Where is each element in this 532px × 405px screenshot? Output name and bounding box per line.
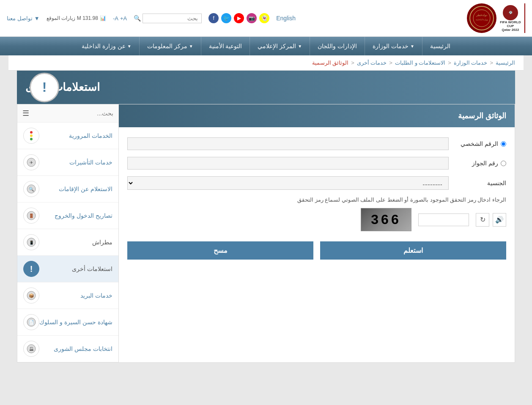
- personal-id-label: الرقم الشخصي: [455, 140, 506, 147]
- sidebar-item-conduct[interactable]: شهادة حسن السيرة و السلوك 📄: [17, 309, 118, 336]
- clear-button[interactable]: مسح: [127, 241, 313, 260]
- captcha-image: 366: [361, 208, 411, 231]
- visitors-label: زيارات الموقع: [47, 15, 75, 21]
- nav-item-about[interactable]: ▼ عن وزارة الداخلية: [74, 37, 139, 55]
- sidebar-item-mattress[interactable]: مطراش 📱: [17, 229, 118, 256]
- nav-item-ministry-services[interactable]: ▼ خدمات الوزارة: [365, 37, 422, 55]
- language-link[interactable]: English: [276, 15, 296, 22]
- breadcrumb-ministry[interactable]: خدمات الوزارة: [454, 60, 488, 66]
- breadcrumb-bar: الرئيسية < خدمات الوزارة < الاستعلامات و…: [8, 55, 524, 71]
- nationality-select[interactable]: ............: [127, 176, 449, 190]
- social-icons: 👻 📷 ▶ 🐦 f: [208, 13, 269, 23]
- breadcrumb-inquiries[interactable]: الاستعلامات و الطلبات: [395, 60, 445, 66]
- form-buttons: استعلم مسح: [127, 241, 506, 260]
- captcha-refresh-btn[interactable]: ↻: [476, 213, 489, 227]
- svg-text:🔍: 🔍: [29, 186, 34, 192]
- sidebar-traffic-label: الخدمات المرورية: [69, 132, 112, 139]
- captcha-audio-btn[interactable]: 🔊: [493, 213, 506, 227]
- sidebar-postal-label: خدمات البريد: [80, 292, 112, 299]
- entryexit-icon: 🚪: [23, 208, 39, 224]
- passport-input[interactable]: [127, 157, 449, 170]
- residency-icon: 🔍: [23, 181, 39, 197]
- main-navigation: الرئيسية ▼ خدمات الوزارة الإدارات واللجا…: [0, 37, 532, 55]
- sidebar-other-label: استعلامات أخرى: [72, 265, 112, 272]
- passport-radio[interactable]: [501, 161, 506, 166]
- captcha-controls: 🔊 ↻: [476, 213, 506, 227]
- search-input[interactable]: [143, 14, 202, 23]
- search-button[interactable]: 🔍: [134, 15, 141, 22]
- form-title: الوثائق الرسمية: [458, 112, 506, 120]
- nav-item-depts[interactable]: الإدارات واللجان: [310, 37, 365, 55]
- font-decrease-btn[interactable]: A-: [113, 15, 118, 22]
- captcha-input[interactable]: [418, 213, 469, 226]
- personal-id-radio[interactable]: [501, 141, 506, 147]
- sidebar-item-visa[interactable]: خدمات التأشيرات ✈: [17, 149, 118, 176]
- nav-item-home[interactable]: الرئيسية: [422, 37, 458, 55]
- page-header: استعلامات أخرى !: [17, 71, 515, 104]
- captcha-instruction: الرجاء ادخال رمز التحقق الموجود بالصورة …: [127, 197, 506, 203]
- sidebar-residency-label: الاستعلام عن الإقامات: [59, 186, 112, 192]
- breadcrumb-other-services[interactable]: خدمات أخرى: [357, 60, 387, 66]
- sidebar-search: ☰: [17, 104, 118, 123]
- font-size-controls: A+ A-: [113, 15, 127, 22]
- sidebar-conduct-label: شهادة حسن السيرة و السلوك: [39, 319, 112, 326]
- instagram-icon[interactable]: 📷: [247, 13, 257, 23]
- exclamation-icon: !: [42, 79, 47, 95]
- sidebar-shura-label: انتخابات مجلس الشورى: [54, 345, 112, 352]
- traffic-light-icon: [23, 128, 39, 144]
- sidebar-visa-label: خدمات التأشيرات: [69, 159, 112, 166]
- svg-text:📄: 📄: [29, 320, 34, 325]
- nav-item-security[interactable]: التوعية الأمنية: [201, 37, 250, 55]
- svg-text:وزارة الداخلية: وزارة الداخلية: [476, 18, 488, 21]
- youtube-icon[interactable]: ▶: [234, 13, 244, 23]
- postal-icon: 📦: [23, 287, 39, 304]
- main-content: الوثائق الرسمية الرقم الشخصي: [17, 104, 515, 363]
- svg-text:دولة قطر: دولة قطر: [476, 14, 488, 17]
- sidebar-search-input[interactable]: [29, 110, 113, 117]
- search-bar: 🔍: [134, 14, 202, 23]
- breadcrumb-home[interactable]: الرئيسية: [496, 60, 515, 66]
- svg-text:📦: 📦: [29, 293, 34, 298]
- sidebar-entryexit-label: تصاريح الدخول والخروج: [55, 212, 112, 219]
- conduct-icon: 📄: [23, 314, 39, 330]
- captcha-row: 🔊 ↻ 366: [127, 208, 506, 231]
- nationality-row: الجنسية ............: [127, 176, 506, 190]
- breadcrumb-current: الوثائق الرسمية: [312, 60, 349, 66]
- facebook-icon[interactable]: f: [208, 13, 219, 23]
- sidebar-item-other[interactable]: استعلامات أخرى !: [17, 256, 118, 282]
- passport-label: رقم الجواز: [455, 160, 506, 167]
- sidebar: ☰ الخدمات المرورية خدمات التأشي: [17, 104, 119, 362]
- visitors-count: 131.98 M: [77, 15, 98, 21]
- personal-id-input[interactable]: [127, 137, 449, 150]
- sidebar-item-shura[interactable]: انتخابات مجلس الشورى 🗳: [17, 336, 118, 362]
- mattress-icon: 📱: [23, 234, 39, 250]
- svg-text:📱: 📱: [29, 240, 34, 245]
- visa-icon: ✈: [23, 154, 39, 170]
- sidebar-item-postal[interactable]: خدمات البريد 📦: [17, 282, 118, 309]
- snapchat-icon[interactable]: 👻: [259, 13, 269, 23]
- form-section: الوثائق الرسمية الرقم الشخصي: [119, 104, 515, 362]
- contact-button[interactable]: ▼ تواصل معنا: [7, 15, 40, 22]
- form-body: الرقم الشخصي رقم الجواز ال: [119, 127, 515, 270]
- sidebar-menu-icon[interactable]: ☰: [22, 109, 29, 118]
- page-header-icon: !: [30, 73, 59, 102]
- nav-item-media[interactable]: ▼ المركز الإعلامي: [250, 37, 310, 55]
- nationality-label: الجنسية: [455, 180, 506, 186]
- sidebar-item-residency[interactable]: الاستعلام عن الإقامات 🔍: [17, 176, 118, 202]
- twitter-icon[interactable]: 🐦: [221, 13, 231, 23]
- moi-logo: دولة قطر وزارة الداخلية: [467, 3, 496, 33]
- shura-icon: 🗳: [23, 341, 39, 357]
- sidebar-item-entryexit[interactable]: تصاريح الدخول والخروج 🚪: [17, 202, 118, 229]
- sidebar-item-traffic[interactable]: الخدمات المرورية: [17, 123, 118, 149]
- breadcrumb: الرئيسية < خدمات الوزارة < الاستعلامات و…: [17, 60, 515, 66]
- query-button[interactable]: استعلم: [320, 241, 506, 260]
- font-increase-btn[interactable]: A+: [120, 15, 127, 22]
- svg-text:🗳: 🗳: [29, 347, 33, 351]
- visitors-counter: 📊 131.98 M زيارات الموقع: [47, 15, 106, 21]
- fifa-logo-text: FIFA WORLD CUPQatar 2022: [500, 20, 521, 32]
- nav-item-info-center[interactable]: ▼ مركز المعلومات: [139, 37, 201, 55]
- personal-id-row: الرقم الشخصي: [127, 137, 506, 150]
- passport-row: رقم الجواز: [127, 157, 506, 170]
- captcha-text: 366: [371, 212, 401, 227]
- svg-text:🚪: 🚪: [29, 213, 34, 219]
